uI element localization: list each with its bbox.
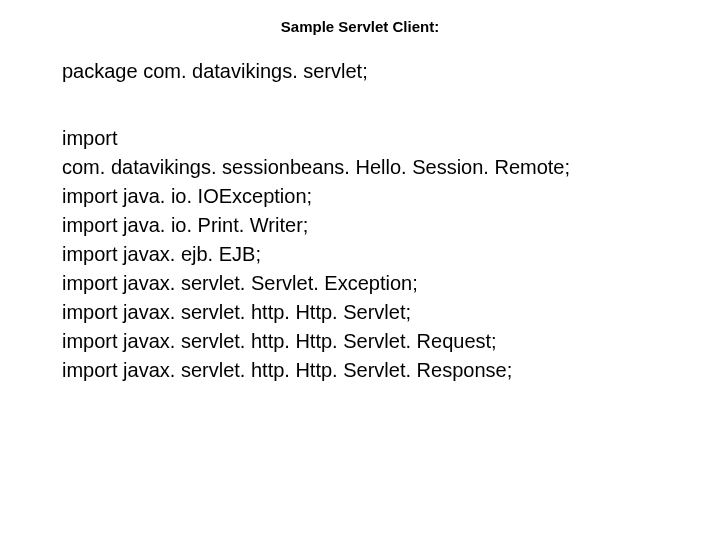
code-content: package com. datavikings. servlet; impor… xyxy=(0,57,720,385)
import-line: import java. io. Print. Writer; xyxy=(62,211,680,240)
import-line: com. datavikings. sessionbeans. Hello. S… xyxy=(62,153,680,182)
import-line: import xyxy=(62,124,680,153)
import-line: import javax. servlet. Servlet. Exceptio… xyxy=(62,269,680,298)
slide-heading: Sample Servlet Client: xyxy=(0,18,720,35)
package-declaration: package com. datavikings. servlet; xyxy=(62,57,680,86)
import-line: import javax. ejb. EJB; xyxy=(62,240,680,269)
import-line: import javax. servlet. http. Http. Servl… xyxy=(62,298,680,327)
import-line: import javax. servlet. http. Http. Servl… xyxy=(62,327,680,356)
import-block: import com. datavikings. sessionbeans. H… xyxy=(62,124,680,385)
import-line: import java. io. IOException; xyxy=(62,182,680,211)
import-line: import javax. servlet. http. Http. Servl… xyxy=(62,356,680,385)
